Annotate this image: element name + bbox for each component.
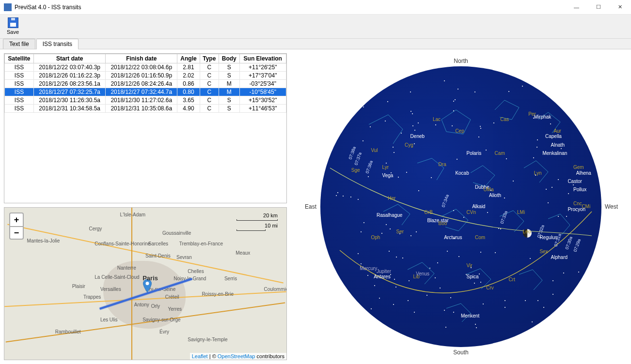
star-dot [410,111,411,112]
constellation-label: CMi [582,204,590,209]
city-label: Tremblay-en-France [179,241,223,246]
star-dot [385,121,386,121]
tab-iss-transits[interactable]: ISS transits [36,39,79,49]
constellation-label: Cyg [405,142,413,148]
constellation-label: Cep [455,128,464,134]
dir-west: West [605,203,618,210]
col-start-date[interactable]: Start date [34,54,106,63]
star-dot [480,252,481,253]
star-dot [409,280,410,281]
save-button[interactable]: Save [4,16,22,36]
table-row[interactable]: ISS2018/12/26 01:16:22.3p2018/12/26 01:1… [5,72,286,80]
star-label: Vega [382,173,394,178]
cell-satellite: ISS [5,96,34,105]
zoom-in-button[interactable]: + [10,213,23,226]
cell-satellite: ISS [5,72,34,80]
table-row[interactable]: ISS2018/12/31 10:34:58.5a2018/12/31 10:3… [5,105,286,113]
city-label: Conflans-Sainte-Honorine [95,241,150,246]
star-label: Pollux [573,187,586,192]
table-row[interactable]: ISS2018/12/22 03:07:40.3p2018/12/22 03:0… [5,63,286,72]
zoom-out-button[interactable]: − [10,226,23,239]
constellation-label: Lac [433,117,441,122]
star-dot [337,192,338,193]
cell-satellite: ISS [5,88,34,96]
constellation-label: Aur [553,128,561,134]
table-row[interactable]: ISS2018/12/30 11:26:30.5a2018/12/30 11:2… [5,96,286,105]
star-dot [504,197,505,198]
star-label: Rasalhague [377,212,402,218]
city-label: Mantes-la-Jolie [27,238,60,243]
dir-east: East [305,203,316,210]
col-sun-elevation[interactable]: Sun Elevation [239,54,286,63]
star-label: Spica [467,274,479,279]
star-dot [506,158,507,159]
star-dot [564,333,565,334]
star-label: Regulus [539,235,557,240]
city-label: Goussainville [162,230,191,236]
star-dot [508,91,509,92]
osm-link[interactable]: OpenStreetMap [218,353,255,359]
minimize-button[interactable]: ― [566,0,587,15]
constellation-label: Crv [486,285,494,290]
star-dot [453,312,454,313]
city-label: Plaisir [72,284,85,289]
constellation-label: Oph [371,235,380,240]
planet-label: Jupiter [377,269,391,274]
col-body[interactable]: Body [219,54,240,63]
constellation-label: Gem [573,165,584,170]
cell-start: 2018/12/26 08:23:56.1a [34,80,106,88]
city-label: Les Ulis [100,317,118,322]
star-label: Castor [568,179,582,184]
svg-point-0 [146,282,149,285]
col-type[interactable]: Type [200,54,219,63]
tab-text-file[interactable]: Text file [3,39,35,49]
map-scale: 20 km 10 mi [237,212,278,231]
maximize-button[interactable]: ☐ [587,0,609,15]
star-dot [399,233,400,234]
constellation-label: Per [528,111,536,117]
star-dot [401,133,402,134]
star-dot [414,312,415,313]
map-center-label: Paris [142,274,158,282]
star-dot [444,310,445,311]
zoom-control: + − [9,212,24,240]
constellation-label: Cam [495,151,505,156]
col-angle[interactable]: Angle [177,54,200,63]
star-dot [355,93,356,94]
constellation-label: Leo [523,229,531,234]
star-dot [530,258,531,259]
star-label: Polaris [467,151,482,156]
star-dot [363,106,364,107]
constellation-lines [320,66,601,347]
table-row[interactable]: ISS2018/12/27 07:32:25.7a2018/12/27 07:3… [5,88,286,96]
star-dot [345,92,346,93]
city-label: Trappes [83,294,101,300]
map[interactable]: L'Isle-AdamCergyConflans-Sainte-Honorine… [4,207,287,360]
cell-angle: 0.86 [177,80,200,88]
cell-body: M [219,88,240,96]
col-satellite[interactable]: Satellite [5,54,34,63]
leaflet-link[interactable]: Leaflet [192,353,208,359]
tab-strip: Text file ISS transits [0,39,631,49]
planet-label: Mercury [360,266,377,271]
star-dot [578,327,579,328]
star-dot [370,126,371,127]
star-dot [452,125,453,126]
cell-body: S [219,96,240,105]
col-finish-date[interactable]: Finish date [106,54,177,63]
sky-chart[interactable]: North South East West [311,57,611,357]
star-label: Alphard [551,255,568,260]
app-icon [4,3,12,11]
constellation-label: CVn [467,210,476,215]
star-dot [367,275,368,276]
cell-angle: 2.02 [177,72,200,80]
star-dot [361,263,362,264]
cell-type: C [200,72,219,80]
table-row[interactable]: ISS2018/12/26 08:23:56.1a2018/12/26 08:2… [5,80,286,88]
close-button[interactable]: ✕ [609,0,631,15]
star-dot [475,324,476,325]
cell-start: 2018/12/27 07:32:25.7a [34,88,106,96]
transit-table[interactable]: SatelliteStart dateFinish dateAngleTypeB… [4,53,287,203]
star-label: Alhena [576,170,591,176]
star-label: Kocab [455,170,469,176]
